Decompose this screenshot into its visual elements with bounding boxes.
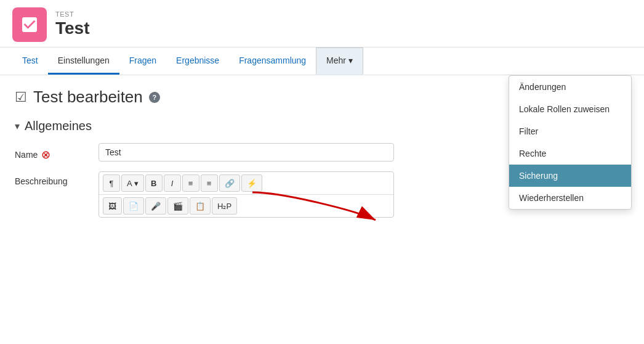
dropdown-item-aenderungen[interactable]: Änderungen: [509, 76, 631, 98]
toolbar-list-ordered-btn[interactable]: ≡: [201, 174, 218, 192]
dropdown-item-wiederherstellen[interactable]: Wiederherstellen: [509, 187, 631, 209]
nav-tabs: Test Einstellungen Fragen Ergebnisse Fra…: [0, 47, 644, 75]
description-editor: ¶ A ▾ B I ≡ ≡ 🔗 ⚡ 🖼 📄 🎤 🎬 📋 H₂P: [99, 171, 394, 218]
toolbar-copy-btn[interactable]: 📋: [190, 197, 211, 215]
tab-einstellungen[interactable]: Einstellungen: [48, 48, 119, 75]
toolbar-file-btn[interactable]: 📄: [123, 197, 144, 215]
dropdown-item-rechte[interactable]: Rechte: [509, 142, 631, 165]
header-subtitle: TEST: [55, 10, 90, 18]
nav-tabs-wrapper: Test Einstellungen Fragen Ergebnisse Fra…: [0, 47, 644, 75]
app-header: TEST Test: [0, 0, 644, 47]
toolbar-bold-btn[interactable]: B: [145, 174, 163, 192]
required-icon: ⊗: [41, 148, 50, 162]
name-input[interactable]: [99, 143, 394, 162]
toolbar-video-btn[interactable]: 🎬: [167, 197, 188, 215]
dropdown-item-lokale-rollen[interactable]: Lokale Rollen zuweisen: [509, 98, 631, 120]
toolbar-italic-btn[interactable]: I: [164, 174, 181, 192]
dropdown-item-sicherung[interactable]: Sicherung: [509, 165, 631, 187]
tab-mehr[interactable]: Mehr ▾: [316, 47, 363, 75]
tab-ergebnisse[interactable]: Ergebnisse: [166, 48, 229, 75]
section-title: Allgemeines: [25, 119, 92, 133]
header-text: TEST Test: [55, 10, 90, 39]
toolbar-special-btn[interactable]: ⚡: [241, 174, 262, 192]
tab-fragen[interactable]: Fragen: [119, 48, 166, 75]
toolbar-paragraph-btn[interactable]: ¶: [103, 174, 120, 192]
toolbar-row-1: ¶ A ▾ B I ≡ ≡ 🔗 ⚡: [99, 172, 393, 195]
toolbar-image-btn[interactable]: 🖼: [103, 197, 122, 215]
name-label: Name ⊗: [15, 143, 89, 162]
section-chevron-icon: ▾: [15, 120, 20, 132]
toolbar-link-btn[interactable]: 🔗: [219, 174, 240, 192]
description-label: Beschreibung: [15, 171, 89, 186]
toolbar-audio-btn[interactable]: 🎤: [145, 197, 166, 215]
tab-fragensammlung[interactable]: Fragensammlung: [229, 48, 316, 75]
chevron-down-icon: ▾: [348, 55, 353, 65]
toolbar-row-2: 🖼 📄 🎤 🎬 📋 H₂P: [99, 195, 393, 217]
page-title: Test bearbeiten: [33, 88, 143, 107]
tab-test[interactable]: Test: [12, 48, 48, 75]
editor-toolbar: ¶ A ▾ B I ≡ ≡ 🔗 ⚡ 🖼 📄 🎤 🎬 📋 H₂P: [99, 171, 394, 218]
quiz-icon: [20, 15, 39, 35]
header-title: Test: [55, 18, 90, 39]
dropdown-item-filter[interactable]: Filter: [509, 120, 631, 142]
heading-checkbox-icon: ☑: [15, 89, 27, 105]
name-input-wrapper: [99, 143, 394, 162]
help-icon[interactable]: ?: [149, 92, 160, 103]
toolbar-list-unordered-btn[interactable]: ≡: [182, 174, 199, 192]
app-logo: [12, 7, 47, 42]
mehr-label: Mehr: [326, 55, 346, 65]
dropdown-menu: Änderungen Lokale Rollen zuweisen Filter…: [509, 75, 632, 210]
toolbar-h2p-btn[interactable]: H₂P: [212, 197, 237, 215]
toolbar-font-btn[interactable]: A ▾: [121, 174, 144, 192]
